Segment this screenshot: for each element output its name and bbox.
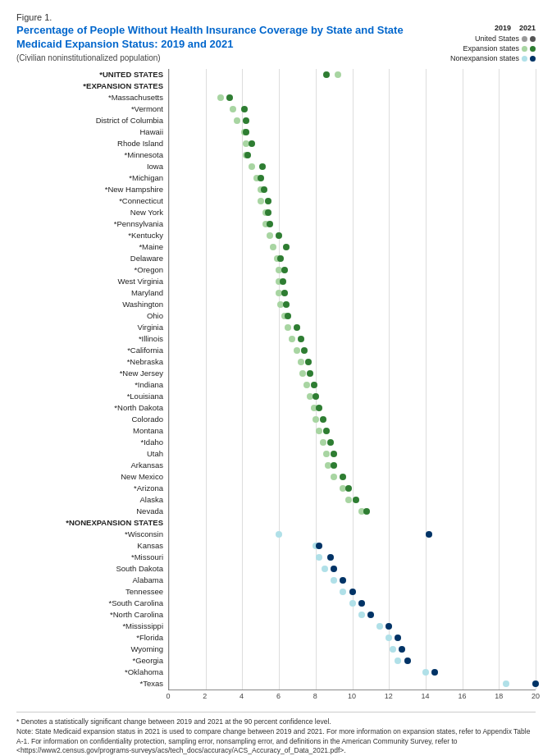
- dot-2021-49: [395, 635, 401, 641]
- dot-2021-26: [307, 370, 313, 377]
- dot-2021-31: [323, 428, 330, 434]
- y-label-22: Virginia: [16, 322, 168, 333]
- dot-2021-6: [249, 140, 255, 147]
- y-label-53: *Texas: [16, 678, 168, 690]
- y-label-48: *Mississippi: [16, 621, 168, 632]
- y-label-3: *Vermont: [16, 103, 168, 115]
- figure-label: Figure 1.: [16, 12, 536, 22]
- dot-2019-30: [312, 416, 319, 423]
- y-label-17: *Oregon: [16, 264, 168, 276]
- legend: 2019 2021 United States Expansion states…: [437, 24, 536, 62]
- dot-2021-23: [298, 336, 304, 342]
- dot-row-49: [169, 632, 536, 644]
- y-label-47: *North Carolina: [16, 609, 168, 621]
- dot-2019-46: [349, 600, 356, 607]
- dot-row-37: [169, 494, 536, 506]
- dot-row-5: [169, 126, 536, 138]
- dot-row-42: [169, 552, 536, 563]
- dot-2021-46: [358, 600, 365, 607]
- dot-row-28: [169, 391, 536, 402]
- dot-2021-18: [280, 278, 286, 285]
- dot-2019-45: [340, 589, 346, 595]
- x-tick-12: 12: [385, 692, 393, 700]
- dot-2021-5: [243, 129, 249, 135]
- y-label-30: Colorado: [16, 414, 168, 425]
- dot-2021-15: [283, 244, 290, 250]
- dot-2021-11: [265, 198, 271, 204]
- dot-row-26: [169, 368, 536, 379]
- dot-row-7: [169, 149, 536, 161]
- dot-2021-9: [258, 175, 264, 181]
- dot-2019-49: [385, 635, 392, 641]
- dot-2021-48: [385, 623, 392, 630]
- dot-2021-47: [367, 612, 374, 618]
- dot-row-51: [169, 655, 536, 667]
- dot-2019-35: [331, 474, 337, 480]
- dot-2021-37: [353, 497, 359, 503]
- y-label-18: West Virginia: [16, 276, 168, 287]
- dot-2021-20: [283, 301, 290, 308]
- y-label-52: *Oklahoma: [16, 667, 168, 678]
- y-label-15: *Maine: [16, 241, 168, 253]
- legend-dot-nonexpansion-2019: [522, 56, 527, 62]
- dot-2019-52: [422, 669, 429, 676]
- dot-2021-45: [349, 589, 356, 595]
- dot-2021-25: [305, 359, 312, 365]
- y-label-43: South Dakota: [16, 563, 168, 575]
- dot-row-8: [169, 161, 536, 172]
- dot-row-13: [169, 218, 536, 230]
- x-tick-8: 8: [313, 692, 317, 700]
- dot-2021-33: [331, 451, 337, 457]
- dot-2021-7: [244, 152, 251, 158]
- y-label-36: *Arizona: [16, 483, 168, 494]
- dot-row-38: [169, 506, 536, 517]
- dot-2021-27: [311, 382, 317, 388]
- y-label-34: Arkansas: [16, 460, 168, 471]
- dot-row-21: [169, 310, 536, 322]
- y-label-38: Nevada: [16, 506, 168, 517]
- dot-2021-32: [327, 439, 334, 446]
- legend-year-2019: 2019: [495, 24, 511, 32]
- y-label-25: *Nebraska: [16, 356, 168, 368]
- dot-2019-0: [335, 71, 341, 78]
- dot-row-34: [169, 460, 536, 471]
- y-label-37: Alaska: [16, 494, 168, 506]
- x-tick-4: 4: [240, 692, 244, 700]
- dot-row-46: [169, 598, 536, 609]
- dot-row-11: [169, 195, 536, 207]
- grid-line-20: [536, 69, 536, 690]
- legend-label-expansion: Expansion states: [445, 44, 519, 53]
- dot-2019-47: [358, 612, 365, 618]
- y-label-12: New York: [16, 207, 168, 218]
- dot-2021-19: [281, 290, 288, 296]
- x-tick-10: 10: [348, 692, 356, 700]
- dot-row-18: [169, 276, 536, 287]
- dot-2019-11: [258, 198, 264, 204]
- dot-2021-30: [320, 416, 326, 423]
- dot-2019-22: [285, 324, 291, 331]
- dot-2021-42: [327, 554, 334, 561]
- dot-2019-8: [249, 163, 255, 170]
- y-label-5: Hawaii: [16, 126, 168, 138]
- dot-row-31: [169, 425, 536, 437]
- y-label-44: Alabama: [16, 575, 168, 586]
- y-label-39: *NONEXPANSION STATES: [16, 517, 168, 529]
- y-label-14: *Kentucky: [16, 230, 168, 241]
- footer-note1: * Denotes a statistically significant ch…: [16, 717, 536, 727]
- legend-year-2021: 2021: [519, 24, 536, 32]
- dot-row-30: [169, 414, 536, 425]
- dot-2019-15: [270, 244, 276, 250]
- dot-row-23: [169, 333, 536, 345]
- y-label-42: *Missouri: [16, 552, 168, 563]
- dot-row-36: [169, 483, 536, 494]
- dot-row-53: [169, 678, 536, 690]
- dot-2021-40: [426, 531, 432, 538]
- dot-2021-3: [241, 106, 248, 112]
- dot-2019-23: [289, 336, 295, 342]
- dot-2019-31: [316, 428, 322, 434]
- dot-2019-24: [294, 347, 300, 354]
- dot-row-29: [169, 402, 536, 414]
- dot-2021-28: [312, 393, 319, 400]
- y-label-0: *UNITED STATES: [16, 69, 168, 80]
- dot-row-22: [169, 322, 536, 333]
